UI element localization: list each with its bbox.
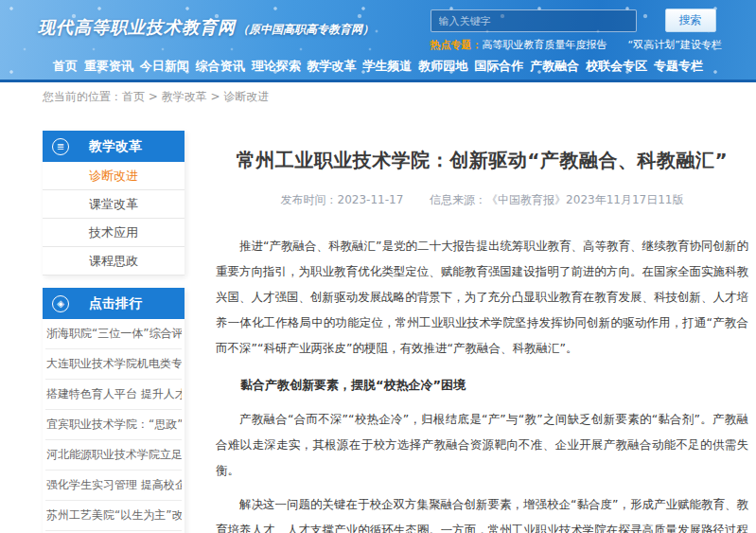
sidebar-menu-list: 诊断改进 课堂改革 技术应用 课程思政 bbox=[43, 162, 185, 275]
sidebar-item-jishu-yingyong[interactable]: 技术应用 bbox=[43, 219, 185, 247]
ranking-list-item[interactable]: 强化学生实习管理 提高校企育人... bbox=[45, 471, 182, 501]
ranking-header: ◈ 点击排行 bbox=[43, 288, 185, 319]
hot-topic-link[interactable]: 高等职业教育质量年度报告 bbox=[483, 38, 607, 52]
ranking-list-item[interactable]: 河北能源职业技术学院立足集团... bbox=[45, 440, 182, 471]
site-banner: 现代高等职业技术教育网 （原中国高职高专教育网） 搜索 热点专题： 高等职业教育… bbox=[0, 0, 756, 82]
article-paragraph-2: 产教融合“合而不深”“校热企冷”，归根结底是“产”与“教”之间缺乏创新要素的“黏… bbox=[216, 406, 748, 483]
site-logo-sub-text: （原中国高职高专教育网） bbox=[237, 22, 374, 38]
content-area: ≣ 教学改革 诊断改进 课堂改革 技术应用 课程思政 ◈ 点击排行 浙海职院“三… bbox=[0, 112, 756, 533]
ranking-list: 浙海职院“三位一体”综合评价招... 大连职业技术学院机电类专业“双... 搭建… bbox=[43, 319, 185, 533]
article-paragraph-1: 推进“产教融合、科教融汇”是党的二十大报告提出统筹职业教育、高等教育、继续教育协… bbox=[216, 233, 748, 361]
article-source: 信息来源：《中国教育报》2023年11月17日11版 bbox=[430, 193, 683, 206]
ranking-list-item[interactable]: 浙海职院“三位一体”综合评价招... bbox=[45, 319, 182, 349]
ranking-list-item[interactable]: 宜宾职业技术学院：“思政”考试... bbox=[45, 410, 182, 440]
article-body: 推进“产教融合、科教融汇”是党的二十大报告提出统筹职业教育、高等教育、继续教育协… bbox=[216, 233, 748, 533]
nav-item[interactable]: 教学改革 bbox=[308, 58, 357, 75]
hot-topic-link[interactable]: “双高计划”建设专栏 bbox=[628, 38, 722, 52]
nav-item[interactable]: 产教融合 bbox=[530, 58, 579, 75]
article-paragraph-3: 解决这一问题的关键在于校企双方集聚融合创新要素，增强校企“黏合度”，形成产业赋能… bbox=[216, 491, 748, 533]
ranking-title: 点击排行 bbox=[69, 295, 175, 312]
main-nav: 首页 重要资讯 今日新闻 综合资讯 理论探索 教学改革 学生频道 教师园地 国际… bbox=[0, 55, 756, 82]
sidebar-menu-header: ≣ 教学改革 bbox=[43, 131, 185, 162]
site-logo-main-text: 现代高等职业技术教育网 bbox=[38, 16, 236, 39]
left-sidebar: ≣ 教学改革 诊断改进 课堂改革 技术应用 课程思政 ◈ 点击排行 浙海职院“三… bbox=[43, 112, 185, 533]
nav-item[interactable]: 今日新闻 bbox=[140, 58, 189, 75]
sidebar-section-ranking: ◈ 点击排行 浙海职院“三位一体”综合评价招... 大连职业技术学院机电类专业“… bbox=[43, 288, 185, 533]
sidebar-item-ketang-gaige[interactable]: 课堂改革 bbox=[43, 190, 185, 219]
article-publish-date: 发布时间：2023-11-17 bbox=[281, 193, 404, 206]
hot-topics-label: 热点专题： bbox=[431, 38, 483, 52]
article-title: 常州工业职业技术学院：创新驱动“产教融合、科教融汇” bbox=[216, 148, 748, 173]
sidebar-section-menu: ≣ 教学改革 诊断改进 课堂改革 技术应用 课程思政 bbox=[43, 131, 185, 275]
nav-item[interactable]: 校联会专区 bbox=[586, 58, 647, 75]
breadcrumb: 您当前的位置：首页 > 教学改革 > 诊断改进 bbox=[0, 82, 756, 112]
banner-top-row: 现代高等职业技术教育网 （原中国高职高专教育网） 搜索 热点专题： 高等职业教育… bbox=[0, 0, 756, 55]
site-logo[interactable]: 现代高等职业技术教育网 （原中国高职高专教育网） bbox=[38, 16, 374, 39]
nav-item[interactable]: 教师园地 bbox=[418, 58, 467, 75]
breadcrumb-trail[interactable]: 首页 > 教学改革 > 诊断改进 bbox=[122, 90, 269, 103]
sidebar-menu-title: 教学改革 bbox=[69, 138, 175, 155]
ranking-list-item[interactable]: 搭建特色育人平台 提升人才培养... bbox=[45, 380, 182, 410]
breadcrumb-label: 您当前的位置： bbox=[43, 90, 122, 103]
search-area: 搜索 热点专题： 高等职业教育质量年度报告 “双高计划”建设专栏 bbox=[431, 3, 743, 52]
nav-item[interactable]: 国际合作 bbox=[474, 58, 523, 75]
sidebar-item-zhenduan-gaijin[interactable]: 诊断改进 bbox=[43, 162, 185, 190]
nav-item[interactable]: 首页 bbox=[53, 58, 78, 75]
search-input[interactable] bbox=[431, 9, 637, 32]
ranking-list-item[interactable]: 大连职业技术学院机电类专业“双... bbox=[45, 349, 182, 380]
nav-item[interactable]: 综合资讯 bbox=[196, 58, 245, 75]
nav-item[interactable]: 学生频道 bbox=[362, 58, 412, 75]
nav-item[interactable]: 重要资讯 bbox=[84, 58, 133, 75]
ranking-list-item[interactable]: 苏州工艺美院“以生为主”改革素... bbox=[45, 501, 182, 531]
article-subheading-1: 黏合产教创新要素，摆脱“校热企冷”困境 bbox=[216, 372, 748, 398]
hot-topics-row: 热点专题： 高等职业教育质量年度报告 “双高计划”建设专栏 bbox=[431, 38, 743, 52]
nav-item[interactable]: 理论探索 bbox=[252, 58, 301, 75]
ranking-circle-icon: ◈ bbox=[52, 295, 69, 312]
article-meta: 发布时间：2023-11-17 信息来源：《中国教育报》2023年11月17日1… bbox=[216, 192, 748, 208]
sidebar-item-kecheng-sizheng[interactable]: 课程思政 bbox=[43, 247, 185, 275]
article-pane: 常州工业职业技术学院：创新驱动“产教融合、科教融汇” 发布时间：2023-11-… bbox=[216, 112, 748, 533]
hot-topic-links: 高等职业教育质量年度报告 “双高计划”建设专栏 bbox=[483, 38, 743, 52]
search-row: 搜索 bbox=[431, 9, 743, 32]
menu-circle-icon: ≣ bbox=[52, 138, 69, 155]
search-button[interactable]: 搜索 bbox=[665, 9, 716, 32]
nav-item[interactable]: 专题专栏 bbox=[654, 58, 703, 75]
